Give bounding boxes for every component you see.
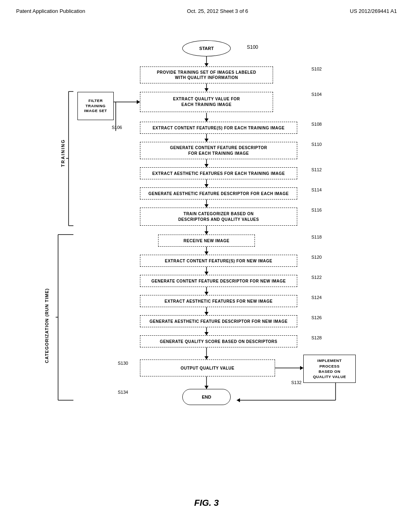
svg-marker-31 [204, 386, 209, 389]
s126-box: GENERATE AESTHETIC FEATURE DESCRIPTOR FO… [140, 315, 297, 327]
page: Patent Application Publication Oct. 25, … [0, 0, 413, 532]
implement-box: IMPLEMENT PROCESS BASED ON QUALITY VALUE [303, 355, 356, 383]
s108-label: S108 [311, 122, 322, 127]
s110-label: S110 [311, 142, 322, 147]
s102-label: S102 [311, 66, 322, 71]
s102-box: PROVIDE TRAINING SET OF IMAGES LABELED W… [140, 66, 273, 83]
s124-box: EXTRACT AESTHETIC FEATURES FOR NEW IMAGE [140, 295, 297, 307]
s100-label: S100 [247, 44, 258, 50]
svg-marker-27 [204, 356, 209, 360]
s104-box: EXTRACT QUALITY VALUE FOR EACH TRAINING … [140, 92, 273, 112]
end-node: END [182, 389, 231, 405]
svg-marker-19 [204, 272, 209, 275]
s132-label: S132 [291, 380, 302, 385]
s128-label: S128 [311, 335, 322, 340]
s110-box: GENERATE CONTENT FEATURE DESCRIPTOR FOR … [140, 142, 297, 159]
s106-label: S106 [112, 125, 122, 130]
svg-marker-25 [204, 332, 209, 335]
figure-caption: FIG. 3 [194, 498, 219, 508]
svg-marker-1 [204, 63, 209, 66]
svg-marker-7 [204, 139, 209, 142]
svg-marker-23 [204, 312, 209, 315]
filter-box: FILTER TRAINING IMAGE SET [77, 92, 114, 120]
s114-box: GENERATE AESTHETIC FEATURE DESCRIPTOR FO… [140, 187, 297, 200]
header-right: US 2012/269441 A1 [350, 8, 397, 14]
flow-wrap: S100 START S102 PROVIDE TRAINING SET OF … [33, 26, 380, 494]
svg-marker-29 [300, 366, 303, 370]
s126-label: S126 [311, 315, 322, 320]
s120-box: EXTRACT CONTENT FEATURE(S) FOR NEW IMAGE [140, 255, 297, 267]
categorization-label: CATEGORIZATION (RUN TIME) [44, 288, 49, 363]
training-label: TRAINING [60, 139, 65, 167]
s112-label: S112 [311, 167, 322, 172]
header-center: Oct. 25, 2012 Sheet 3 of 6 [187, 8, 248, 14]
start-node: START [182, 40, 231, 56]
svg-marker-34 [237, 398, 240, 402]
s114-label: S114 [311, 187, 322, 192]
s118-label: S118 [311, 235, 322, 239]
s128-box: GENERATE QUALITY SCORE BASED ON DESCRIPT… [140, 335, 297, 347]
s108-box: EXTRACT CONTENT FEATURE(S) FOR EACH TRAI… [140, 122, 297, 134]
header: Patent Application Publication Oct. 25, … [16, 8, 397, 14]
svg-marker-13 [204, 204, 209, 208]
s112-box: EXTRACT AESTHETIC FEATURES FOR EACH TRAI… [140, 167, 297, 179]
svg-marker-21 [204, 292, 209, 295]
svg-marker-5 [204, 118, 209, 122]
s104-label: S104 [311, 92, 322, 97]
s130-label: S130 [118, 361, 128, 366]
s116-label: S116 [311, 208, 322, 212]
s116-box: TRAIN CATEGORIZER BASED ON DESCRIPTORS A… [140, 208, 297, 226]
svg-marker-15 [204, 231, 209, 235]
s118-box: RECEIVE NEW IMAGE [158, 235, 255, 247]
s124-label: S124 [311, 295, 322, 300]
svg-marker-3 [204, 88, 209, 91]
s130-box: OUTPUT QUALITY VALUE [140, 360, 275, 376]
svg-marker-11 [204, 184, 209, 187]
s122-label: S122 [311, 275, 322, 280]
svg-marker-17 [204, 251, 209, 255]
s120-label: S120 [311, 255, 322, 260]
s134-label: S134 [118, 390, 128, 395]
diagram-container: S100 START S102 PROVIDE TRAINING SET OF … [16, 26, 397, 508]
header-left: Patent Application Publication [16, 8, 85, 14]
svg-marker-38 [137, 100, 140, 104]
svg-marker-9 [204, 164, 209, 167]
s122-box: GENERATE CONTENT FEATURE DESCRIPTOR FOR … [140, 275, 297, 287]
